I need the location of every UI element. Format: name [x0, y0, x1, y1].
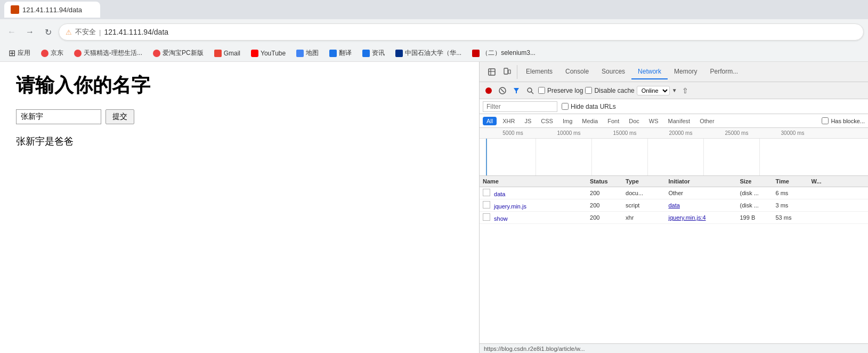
disable-cache-label[interactable]: Disable cache [585, 87, 634, 94]
preserve-log-label[interactable]: Preserve log [538, 87, 583, 94]
tab-sources[interactable]: Sources [595, 65, 631, 79]
col-header-waterfall[interactable]: W... [812, 178, 865, 184]
bookmark-maps[interactable]: 地图 [292, 47, 323, 59]
table-row[interactable]: jquery.min.js 200 script data (disk ... … [480, 199, 868, 212]
row-jquery-status: 200 [590, 202, 626, 208]
type-btn-doc[interactable]: Doc [625, 117, 643, 125]
type-btn-css[interactable]: CSS [537, 117, 557, 125]
security-label: 不安全 [75, 27, 96, 37]
timeline-divider-5 [759, 139, 760, 175]
type-btn-manifest[interactable]: Manifest [664, 117, 694, 125]
bookmark-tianmao[interactable]: 天猫精选-理想生活... [70, 47, 147, 59]
has-blocked-text: Has blocke... [831, 118, 865, 124]
type-filter-bar: All XHR JS CSS Img Media Font Doc WS Man… [480, 114, 868, 128]
tab-elements[interactable]: Elements [520, 65, 559, 79]
bookmark-jingdong[interactable]: 京东 [37, 47, 68, 59]
col-header-size[interactable]: Size [740, 178, 775, 184]
tick-20000: 20000 ms [653, 130, 709, 136]
type-btn-all[interactable]: All [483, 117, 497, 125]
preserve-log-checkbox[interactable] [538, 87, 545, 94]
hide-data-urls-checkbox[interactable] [562, 103, 569, 110]
page-content: 请输入你的名字 提交 张新宇是爸爸 [0, 62, 479, 353]
type-btn-js[interactable]: JS [521, 117, 535, 125]
jingdong-icon [41, 50, 48, 57]
jquery-initiator-link[interactable]: data [668, 202, 679, 208]
clear-button[interactable] [497, 85, 508, 97]
hide-data-urls-text: Hide data URLs [571, 103, 616, 110]
network-table: Name Status Type Initiator Size Time W..… [480, 176, 868, 343]
bookmark-maps-label: 地图 [306, 49, 319, 58]
has-blocked-label[interactable]: Has blocke... [822, 117, 865, 124]
import-button[interactable]: ⇧ [679, 85, 691, 97]
search-button[interactable] [524, 85, 536, 97]
svg-line-10 [531, 92, 533, 94]
url-bar[interactable]: ⚠ 不安全 | 121.41.111.94/data [59, 23, 864, 41]
table-row[interactable]: data 200 docu... Other (disk ... 6 ms [480, 187, 868, 199]
row-show-type: xhr [626, 214, 668, 221]
warning-icon: ⚠ [66, 28, 72, 36]
filter-input[interactable] [483, 101, 557, 112]
type-btn-media[interactable]: Media [578, 117, 602, 125]
type-btn-xhr[interactable]: XHR [499, 117, 518, 125]
table-row[interactable]: show 200 xhr jquery.min.js:4 199 B 53 ms [480, 212, 868, 224]
throttle-select[interactable]: Online [637, 86, 670, 95]
tianmao-icon [74, 50, 82, 57]
browser-chrome: 121.41.111.94/data ← → ↻ ⚠ 不安全 | 121.41.… [0, 0, 868, 62]
active-tab[interactable]: 121.41.111.94/data [4, 2, 100, 18]
input-row: 提交 [16, 109, 463, 124]
type-btn-other[interactable]: Other [696, 117, 718, 125]
col-header-name[interactable]: Name [483, 178, 590, 184]
bookmark-zixun[interactable]: 资讯 [358, 47, 389, 59]
bookmark-selenium[interactable]: （二）selenium3... [468, 47, 540, 59]
record-button[interactable] [483, 85, 494, 97]
disable-cache-text: Disable cache [594, 87, 634, 94]
has-blocked-checkbox[interactable] [822, 117, 829, 124]
svg-line-7 [501, 89, 504, 92]
tab-network[interactable]: Network [631, 65, 668, 79]
refresh-button[interactable]: ↻ [40, 25, 55, 39]
selenium-icon [472, 50, 480, 57]
svg-rect-3 [504, 68, 508, 74]
row-show-time: 53 ms [775, 214, 811, 221]
bookmark-youtube[interactable]: YouTube [247, 48, 290, 59]
row-jquery-name: jquery.min.js [483, 201, 590, 210]
row-jquery-filename: jquery.min.js [494, 203, 526, 210]
svg-point-9 [528, 88, 532, 92]
disable-cache-checkbox[interactable] [585, 87, 592, 94]
col-header-time[interactable]: Time [775, 178, 811, 184]
bookmark-fanyi[interactable]: 翻译 [325, 47, 356, 59]
tab-favicon [11, 5, 19, 14]
row-jquery-size: (disk ... [740, 202, 775, 208]
col-header-status[interactable]: Status [590, 178, 626, 184]
svg-rect-4 [508, 70, 510, 74]
inspect-element-button[interactable] [485, 65, 499, 79]
svg-marker-8 [514, 88, 519, 93]
row-show-name: show [483, 213, 590, 222]
name-input[interactable] [16, 109, 101, 124]
tab-performance[interactable]: Perform... [703, 65, 744, 79]
type-btn-ws[interactable]: WS [645, 117, 662, 125]
forward-button[interactable]: → [22, 25, 37, 39]
type-btn-font[interactable]: Font [604, 117, 623, 125]
col-header-type[interactable]: Type [626, 178, 668, 184]
bookmark-upc[interactable]: 中国石油大学（华... [391, 47, 466, 59]
row-jquery-time: 3 ms [775, 202, 811, 208]
bookmark-gmail[interactable]: Gmail [210, 48, 245, 59]
col-header-initiator[interactable]: Initiator [668, 178, 740, 184]
devtools-toolbar-icons [482, 65, 517, 79]
back-button[interactable]: ← [4, 25, 19, 39]
tab-console[interactable]: Console [559, 65, 595, 79]
row-data-initiator: Other [668, 190, 740, 196]
page-title: 请输入你的名字 [16, 73, 463, 99]
url-text: 121.41.111.94/data [104, 28, 168, 36]
bookmark-aitaobao[interactable]: 爱淘宝PC新版 [149, 47, 208, 59]
hide-data-urls-label[interactable]: Hide data URLs [562, 103, 616, 110]
type-btn-img[interactable]: Img [559, 117, 576, 125]
zixun-icon [362, 50, 370, 57]
device-toolbar-button[interactable] [500, 65, 514, 79]
bookmark-apps[interactable]: ⊞ 应用 [4, 46, 35, 60]
show-initiator-link[interactable]: jquery.min.js:4 [668, 214, 705, 221]
filter-button[interactable] [510, 85, 522, 97]
tab-memory[interactable]: Memory [668, 65, 703, 79]
submit-button[interactable]: 提交 [106, 109, 134, 124]
